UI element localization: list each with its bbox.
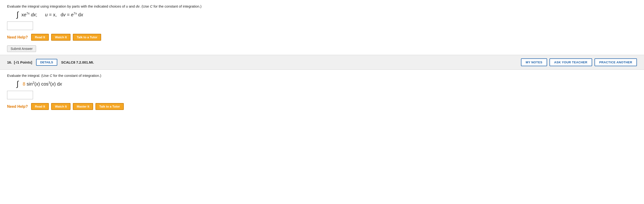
read-it-btn-1[interactable]: Read It [31,34,49,41]
watch-it-btn-1[interactable]: Watch It [51,34,70,41]
top-problem-section: Evaluate the integral using integration … [0,0,644,55]
integral-symbol-2: ∫ [16,80,18,87]
problem-id-16: SCALC8 7.2.001.MI. [61,60,94,64]
need-help-row-1: Need Help? Read It Watch It Talk to a Tu… [7,34,637,41]
details-btn-16[interactable]: DETAILS [36,59,58,66]
bottom-problem-section: Evaluate the integral. (Use C for the co… [0,70,644,118]
math-expression-2: ∫ 8 sin2(x) cos3(x) dx [16,80,637,87]
answer-input-2[interactable] [7,91,33,99]
need-help-label-2: Need Help? [7,105,28,109]
problem-statement-1: Evaluate the integral using integration … [7,4,637,8]
talk-to-tutor-btn-2[interactable]: Talk to a Tutor [96,103,124,110]
submit-answer-btn-1[interactable]: Submit Answer [7,45,36,52]
practice-another-btn-16[interactable]: PRACTICE ANOTHER [594,58,637,66]
question-16-header: 16. [-/1 Points] DETAILS SCALC8 7.2.001.… [0,55,644,70]
math-expression-1: ∫ xe7x dx; u = x, dv = e7x dx [16,11,637,18]
watch-it-btn-2[interactable]: Watch It [51,103,70,110]
my-notes-btn-16[interactable]: MY NOTES [521,58,547,66]
integrand-2: 8 sin2(x) cos3(x) dx [22,81,62,87]
need-help-row-2: Need Help? Read It Watch It Master It Ta… [7,103,637,110]
talk-to-tutor-btn-1[interactable]: Talk to a Tutor [73,34,101,41]
need-help-label-1: Need Help? [7,35,28,40]
ask-teacher-btn-16[interactable]: ASK YOUR TEACHER [550,58,592,66]
integral-symbol-1: ∫ [16,11,18,18]
problem-statement-2: Evaluate the integral. (Use C for the co… [7,73,637,77]
substitution-1: u = x, dv = e7x dx [42,12,83,18]
master-it-btn-2[interactable]: Master It [73,103,93,110]
question-number-16: 16. [-/1 Points] [7,60,32,64]
answer-input-1[interactable] [7,22,33,30]
read-it-btn-2[interactable]: Read It [31,103,49,110]
integrand-1: xe7x dx; [22,12,37,18]
header-actions-16: MY NOTES ASK YOUR TEACHER PRACTICE ANOTH… [521,58,637,66]
